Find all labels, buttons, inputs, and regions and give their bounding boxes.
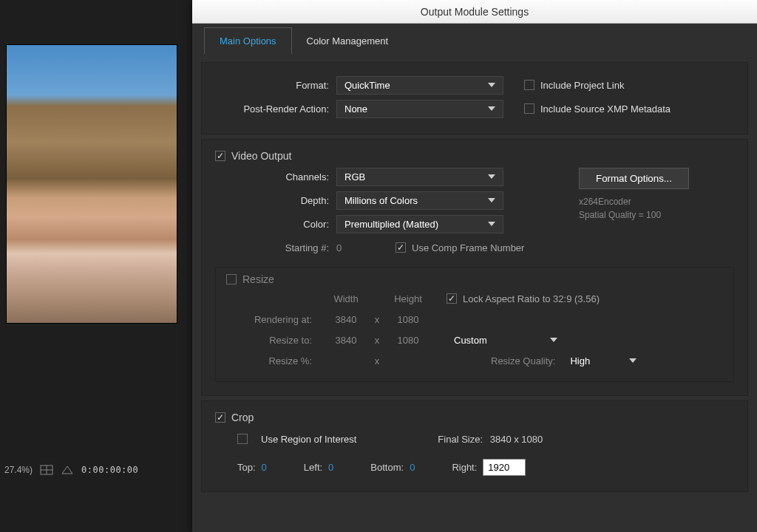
crop-bottom-value[interactable]: 0: [410, 462, 415, 473]
use-roi-checkbox[interactable]: [237, 434, 248, 444]
color-dropdown[interactable]: Premultiplied (Matted): [336, 215, 503, 233]
timecode-readout[interactable]: 0:00:00:00: [81, 465, 138, 475]
format-dropdown[interactable]: QuickTime: [336, 76, 503, 95]
starting-number-label: Starting #:: [215, 242, 336, 253]
chevron-down-icon: [488, 222, 495, 226]
resize-pct-label: Resize %:: [226, 355, 322, 366]
format-label: Format:: [215, 80, 336, 91]
resize-preset-value: Custom: [454, 335, 487, 346]
include-xmp-checkbox[interactable]: [524, 103, 534, 114]
crop-header: Crop: [231, 412, 254, 423]
chevron-down-icon: [629, 358, 637, 363]
chevron-down-icon: [488, 106, 495, 111]
grid-icon[interactable]: [40, 465, 53, 475]
post-render-action-dropdown[interactable]: None: [336, 100, 503, 118]
resize-checkbox[interactable]: [226, 274, 237, 284]
starting-number-value[interactable]: 0: [336, 242, 373, 253]
viewer-footer: 27.4%) 0:00:00:00: [0, 455, 192, 485]
resize-quality-label: Resize Quality:: [491, 355, 555, 366]
include-xmp-label: Include Source XMP Metadata: [540, 103, 671, 115]
rendering-width: 3840: [322, 314, 370, 325]
crop-top-value[interactable]: 0: [262, 462, 267, 473]
use-comp-frame-label: Use Comp Frame Number: [412, 242, 524, 253]
tab-color-management[interactable]: Color Management: [292, 28, 404, 54]
resize-to-label: Resize to:: [226, 335, 322, 346]
height-heading: Height: [384, 293, 432, 304]
resize-quality-dropdown[interactable]: High: [563, 352, 644, 369]
encoder-info: x264Encoder Spatial Quality = 100: [579, 195, 734, 222]
resize-section: Resize Width Height Lock Aspect Ratio to…: [215, 267, 734, 382]
chevron-down-icon: [488, 83, 495, 87]
dialog-titlebar: Output Module Settings: [192, 0, 757, 24]
color-value: Premultiplied (Matted): [344, 219, 438, 230]
encoder-name: x264Encoder: [579, 195, 734, 208]
resize-quality-value: High: [570, 355, 590, 366]
crop-bottom-label: Bottom:: [370, 462, 404, 473]
width-heading: Width: [322, 293, 370, 304]
composition-preview: [6, 44, 177, 324]
post-render-action-value: None: [344, 103, 367, 115]
include-project-link-checkbox[interactable]: [524, 80, 534, 90]
crop-right-input[interactable]: [483, 459, 526, 476]
format-section: Format: QuickTime Include Project Link P…: [201, 62, 748, 134]
resize-to-width[interactable]: 3840: [322, 335, 370, 346]
tab-main-options[interactable]: Main Options: [204, 27, 292, 54]
depth-label: Depth:: [215, 195, 336, 206]
crop-top-label: Top:: [237, 462, 256, 473]
chevron-down-icon: [488, 174, 495, 179]
rendering-at-label: Rendering at:: [226, 314, 322, 325]
post-render-action-label: Post-Render Action:: [215, 103, 336, 115]
resize-preset-dropdown[interactable]: Custom: [447, 332, 565, 349]
video-output-section: Video Output Channels: RGB Depth: Millio…: [201, 139, 748, 396]
resize-header: Resize: [242, 273, 274, 285]
format-value: QuickTime: [344, 80, 390, 91]
color-label: Color:: [215, 219, 336, 230]
channels-value: RGB: [344, 171, 365, 183]
chevron-down-icon: [488, 198, 495, 202]
zoom-readout[interactable]: 27.4%): [4, 465, 33, 475]
depth-value: Millions of Colors: [344, 195, 418, 206]
encoder-quality: Spatial Quality = 100: [579, 208, 734, 222]
video-output-header: Video Output: [231, 150, 291, 162]
final-size-label: Final Size:: [438, 434, 483, 445]
include-project-link-label: Include Project Link: [540, 80, 624, 91]
use-comp-frame-checkbox[interactable]: [396, 242, 406, 253]
tab-bar: Main Options Color Management: [192, 24, 757, 58]
use-roi-label: Use Region of Interest: [261, 434, 356, 445]
chevron-down-icon: [550, 338, 557, 342]
lock-aspect-checkbox[interactable]: [447, 293, 457, 304]
final-size-value: 3840 x 1080: [490, 434, 543, 445]
crop-section: Crop Use Region of Interest Final Size: …: [201, 400, 748, 492]
depth-dropdown[interactable]: Millions of Colors: [336, 191, 503, 210]
composition-viewer: 27.4%) 0:00:00:00: [0, 0, 192, 532]
mask-icon[interactable]: [61, 465, 74, 475]
lock-aspect-label: Lock Aspect Ratio to 32:9 (3.56): [463, 293, 600, 304]
rendering-height: 1080: [384, 314, 432, 325]
channels-dropdown[interactable]: RGB: [336, 168, 503, 186]
channels-label: Channels:: [215, 171, 336, 183]
crop-left-value[interactable]: 0: [328, 462, 333, 473]
crop-left-label: Left:: [304, 462, 322, 473]
video-output-checkbox[interactable]: [215, 151, 225, 161]
crop-right-label: Right:: [452, 462, 477, 473]
resize-to-height[interactable]: 1080: [384, 335, 432, 346]
output-module-settings-dialog: Output Module Settings Main Options Colo…: [192, 0, 757, 532]
crop-checkbox[interactable]: [215, 412, 225, 423]
format-options-button[interactable]: Format Options...: [579, 168, 689, 189]
